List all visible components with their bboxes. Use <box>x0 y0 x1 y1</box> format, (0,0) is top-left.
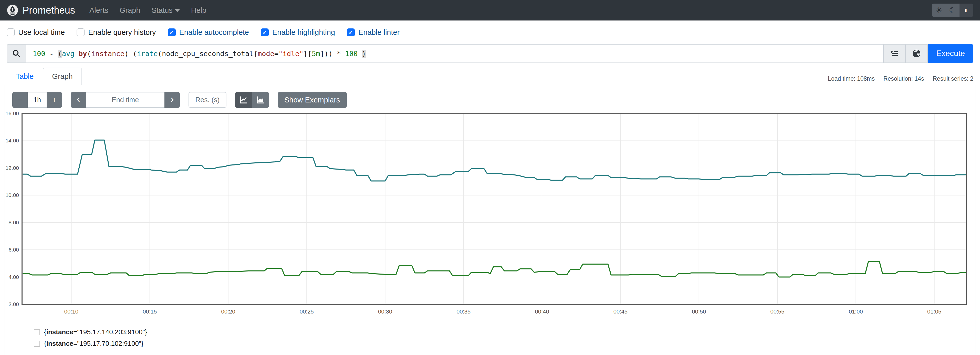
enable-autocomplete-checkbox[interactable]: ✓ Enable autocomplete <box>168 28 249 37</box>
svg-text:00:50: 00:50 <box>692 308 706 315</box>
query-token: ] <box>320 50 324 57</box>
chart-legend: {instance="195.17.140.203:9100"} {instan… <box>34 328 975 355</box>
query-token <box>75 50 79 57</box>
search-icon <box>12 49 21 58</box>
line-chart-icon <box>239 95 248 105</box>
globe-icon <box>912 49 921 58</box>
svg-text:14.00: 14.00 <box>5 137 19 143</box>
query-token: ) <box>362 50 366 57</box>
stacked-chart-button[interactable] <box>252 92 269 108</box>
enable-query-history-checkbox[interactable]: ✓ Enable query history <box>76 28 156 37</box>
query-token: ( <box>158 50 162 57</box>
enable-highlighting-checkbox[interactable]: ✓ Enable highlighting <box>261 28 335 37</box>
resolution: Resolution: 14s <box>883 75 924 82</box>
time-series-chart[interactable]: 16.0014.0012.0010.008.006.004.002.0000:1… <box>5 112 975 319</box>
graph-panel: − + ‹ › Show Exemplars <box>5 85 975 355</box>
svg-text:00:30: 00:30 <box>378 308 392 315</box>
svg-text:00:45: 00:45 <box>614 308 628 315</box>
query-token: mode <box>258 50 274 57</box>
query-stats: Load time: 108ms Resolution: 14s Result … <box>828 75 973 85</box>
query-expression-input[interactable]: 100 - (avg by(instance) (irate(node_cpu_… <box>26 44 884 63</box>
execute-button[interactable]: Execute <box>928 44 973 63</box>
query-token: node_cpu_seconds_total <box>162 50 254 57</box>
query-token: irate <box>137 50 158 57</box>
end-time-input[interactable] <box>86 92 164 108</box>
svg-text:4.00: 4.00 <box>8 274 19 280</box>
svg-text:12.00: 12.00 <box>5 165 19 171</box>
svg-text:00:25: 00:25 <box>300 308 314 315</box>
navbar: Prometheus Alerts Graph Status Help ☀ ☾ … <box>0 0 980 21</box>
query-token: [ <box>308 50 312 57</box>
tab-graph[interactable]: Graph <box>43 68 82 85</box>
chart-type-toggle <box>235 92 269 108</box>
checkbox-checked-icon: ✓ <box>261 29 269 37</box>
options-row: ✓ Use local time ✓ Enable query history … <box>0 21 980 44</box>
tree-view-button[interactable] <box>884 44 906 63</box>
decrease-range-button[interactable]: − <box>12 92 28 108</box>
svg-text:00:35: 00:35 <box>457 308 471 315</box>
sun-icon: ☀ <box>935 6 942 15</box>
svg-text:00:40: 00:40 <box>535 308 549 315</box>
search-addon <box>7 44 26 63</box>
result-series: Result series: 2 <box>932 75 973 82</box>
chevron-right-icon: › <box>170 94 174 104</box>
legend-item[interactable]: {instance="195.17.70.102:9100"} <box>34 340 975 347</box>
svg-text:8.00: 8.00 <box>8 220 19 225</box>
dark-theme-button[interactable]: ☾ <box>946 3 959 17</box>
svg-text:16.00: 16.00 <box>5 112 19 116</box>
brand-title: Prometheus <box>22 5 75 16</box>
metrics-explorer-button[interactable] <box>906 44 928 63</box>
moon-icon: ☾ <box>949 6 956 15</box>
nav-link-status[interactable]: Status <box>152 6 180 14</box>
query-token: ( <box>87 50 91 57</box>
svg-text:01:05: 01:05 <box>927 308 941 315</box>
nav-link-graph[interactable]: Graph <box>119 6 140 14</box>
series-line[interactable] <box>23 261 966 277</box>
tabs: Table Graph Load time: 108ms Resolution:… <box>5 68 975 85</box>
checkbox-icon: ✓ <box>76 29 84 37</box>
auto-theme-button[interactable]: ◐ <box>959 3 973 17</box>
show-exemplars-button[interactable]: Show Exemplars <box>278 92 347 108</box>
query-token: } <box>304 50 308 57</box>
time-forward-button[interactable]: › <box>164 92 180 108</box>
chevron-left-icon: ‹ <box>77 94 80 104</box>
legend-item[interactable]: {instance="195.17.140.203:9100"} <box>34 328 975 336</box>
series-line[interactable] <box>23 140 966 181</box>
series-swatch <box>34 329 40 335</box>
query-token: 100 <box>33 50 45 57</box>
chevron-down-icon <box>175 9 180 12</box>
chart-area[interactable]: 16.0014.0012.0010.008.006.004.002.0000:1… <box>5 112 975 320</box>
checkbox-checked-icon: ✓ <box>347 29 355 37</box>
checkbox-icon: ✓ <box>7 29 14 37</box>
range-input[interactable] <box>28 92 47 108</box>
prometheus-logo-icon <box>7 4 18 16</box>
light-theme-button[interactable]: ☀ <box>932 3 946 17</box>
query-token: 5m <box>312 50 320 57</box>
circle-half-icon: ◐ <box>964 6 969 15</box>
resolution-input[interactable] <box>189 92 226 108</box>
query-token: instance <box>91 50 124 57</box>
query-token: 100 <box>345 50 358 57</box>
line-chart-button[interactable] <box>235 92 252 108</box>
range-control: − + <box>12 92 62 108</box>
theme-switcher: ☀ ☾ ◐ <box>932 3 973 17</box>
use-local-time-checkbox[interactable]: ✓ Use local time <box>7 28 65 37</box>
series-swatch <box>34 341 40 347</box>
svg-text:2.00: 2.00 <box>8 301 19 307</box>
tab-table[interactable]: Table <box>7 68 43 85</box>
svg-text:00:55: 00:55 <box>770 308 784 315</box>
time-back-button[interactable]: ‹ <box>71 92 86 108</box>
increase-range-button[interactable]: + <box>47 92 62 108</box>
nav-link-help[interactable]: Help <box>191 6 207 14</box>
nav-link-alerts[interactable]: Alerts <box>89 6 108 14</box>
query-token: )) <box>324 50 333 57</box>
prometheus-brand[interactable]: Prometheus <box>7 4 75 16</box>
query-token: "idle" <box>278 50 304 57</box>
svg-text:00:20: 00:20 <box>221 308 235 315</box>
svg-text:10.00: 10.00 <box>5 192 19 198</box>
tree-view-icon <box>890 49 899 58</box>
nav-links: Alerts Graph Status Help <box>89 6 207 14</box>
enable-linter-checkbox[interactable]: ✓ Enable linter <box>347 28 399 37</box>
svg-text:00:10: 00:10 <box>64 308 78 315</box>
query-token: by <box>79 50 87 57</box>
